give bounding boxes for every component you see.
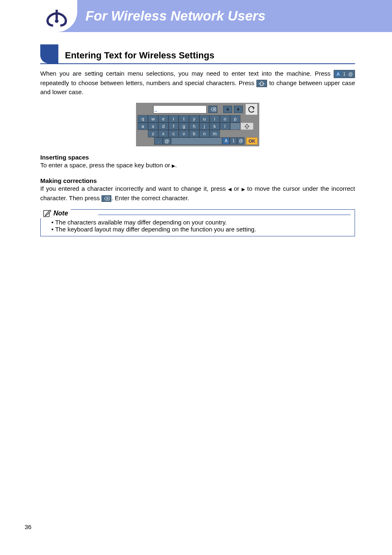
key-h[interactable]: h bbox=[189, 123, 199, 130]
svg-text:@: @ bbox=[348, 72, 353, 76]
inserting-spaces-heading: Inserting spaces bbox=[40, 154, 355, 161]
intro-text-1: When you are setting certain menu select… bbox=[40, 70, 334, 77]
section-title: Entering Text for Wireless Settings bbox=[65, 50, 214, 63]
backspace-button-icon bbox=[101, 195, 111, 202]
keyboard-cursor-left-button[interactable] bbox=[223, 106, 232, 113]
triangle-right-icon: ▶ bbox=[242, 186, 245, 193]
key-y[interactable]: y bbox=[189, 115, 199, 123]
triangle-left-icon bbox=[226, 107, 230, 111]
note-divider bbox=[98, 215, 350, 215]
key-d[interactable]: d bbox=[158, 123, 168, 130]
key-g[interactable]: g bbox=[179, 123, 189, 130]
key-m[interactable]: m bbox=[210, 130, 220, 137]
spaces-text-a: To enter a space, press the space key bu… bbox=[40, 162, 172, 169]
key-z[interactable]: z bbox=[148, 130, 158, 137]
mode-letters[interactable]: A bbox=[222, 137, 230, 145]
key-c[interactable]: c bbox=[168, 130, 179, 137]
key-n[interactable]: n bbox=[199, 130, 210, 137]
page-number: 36 bbox=[25, 523, 32, 530]
return-arrow-icon bbox=[247, 106, 256, 113]
corr-b: or bbox=[231, 185, 242, 192]
note-item: The keyboard layout may differ depending… bbox=[51, 226, 350, 233]
key-at[interactable]: @ bbox=[163, 137, 171, 145]
onscreen-keyboard: _ qwertyuiopasdfghjklzxcvbnm . @ A 1 @ bbox=[136, 103, 259, 146]
spaces-text-b: . bbox=[175, 162, 177, 169]
key-r[interactable]: r bbox=[168, 115, 179, 123]
backspace-icon bbox=[210, 107, 216, 112]
key-v[interactable]: v bbox=[179, 130, 189, 137]
keyboard-text-field[interactable]: _ bbox=[153, 105, 207, 113]
key-q[interactable]: q bbox=[138, 115, 148, 123]
note-label-text: Note bbox=[53, 210, 68, 217]
key-b[interactable]: b bbox=[189, 130, 199, 137]
triangle-right-icon bbox=[236, 107, 240, 111]
key-x[interactable]: x bbox=[158, 130, 168, 137]
key-l[interactable]: l bbox=[220, 123, 230, 130]
header-banner: For Wireless Network Users bbox=[36, 0, 392, 32]
key-e[interactable]: e bbox=[158, 115, 168, 123]
key-j[interactable]: j bbox=[199, 123, 210, 130]
key-w[interactable]: w bbox=[148, 115, 158, 123]
mode-numbers[interactable]: 1 bbox=[230, 137, 237, 145]
intro-paragraph: When you are setting certain menu select… bbox=[40, 69, 355, 97]
wifi-icon bbox=[43, 4, 70, 27]
key-period[interactable]: . bbox=[154, 137, 163, 145]
inserting-spaces-text: To enter a space, press the space key bu… bbox=[40, 161, 355, 170]
note-pencil-icon bbox=[43, 209, 52, 217]
keyboard-cursor-right-button[interactable] bbox=[234, 106, 243, 113]
key-k[interactable]: k bbox=[210, 123, 220, 130]
keyboard-return-button[interactable] bbox=[245, 104, 258, 115]
key-u[interactable]: u bbox=[199, 115, 210, 123]
key-i[interactable]: i bbox=[210, 115, 220, 123]
note-item: The characters available may differ depe… bbox=[51, 219, 350, 226]
triangle-right-icon: ▶ bbox=[172, 162, 175, 169]
corr-a: If you entered a character incorrectly a… bbox=[40, 185, 228, 192]
key-spacebar[interactable] bbox=[171, 137, 222, 145]
key-f[interactable]: f bbox=[168, 123, 179, 130]
keyboard-ok-button[interactable]: OK bbox=[246, 137, 258, 145]
making-corrections-text: If you entered a character incorrectly a… bbox=[40, 184, 355, 203]
key-p[interactable]: p bbox=[230, 115, 240, 123]
intro-text-2: repeatedly to choose between letters, nu… bbox=[40, 79, 256, 86]
keyboard-backspace-button[interactable] bbox=[208, 106, 217, 113]
key-blank bbox=[230, 123, 240, 130]
header-title: For Wireless Network Users bbox=[85, 8, 265, 24]
key-a[interactable]: a bbox=[138, 123, 148, 130]
section-header: Entering Text for Wireless Settings bbox=[40, 44, 355, 64]
svg-point-0 bbox=[55, 19, 59, 23]
key-o[interactable]: o bbox=[220, 115, 230, 123]
mode-switch-button-icon: A 1 @ bbox=[334, 70, 355, 78]
header-logo bbox=[36, 0, 77, 32]
note-label: Note bbox=[40, 209, 71, 218]
mode-symbols[interactable]: @ bbox=[237, 137, 244, 145]
key-s[interactable]: s bbox=[148, 123, 158, 130]
section-tab-decoration bbox=[40, 44, 58, 63]
svg-text:A: A bbox=[337, 72, 340, 76]
note-box: Note The characters available may differ… bbox=[40, 209, 355, 236]
svg-text:1: 1 bbox=[343, 72, 346, 76]
corr-d: . Enter the correct character. bbox=[111, 194, 189, 201]
keyboard-mode-strip: A 1 @ bbox=[222, 137, 244, 145]
key-shift[interactable] bbox=[240, 123, 254, 130]
making-corrections-heading: Making corrections bbox=[40, 177, 355, 184]
shift-button-icon bbox=[256, 80, 267, 87]
key-t[interactable]: t bbox=[179, 115, 189, 123]
